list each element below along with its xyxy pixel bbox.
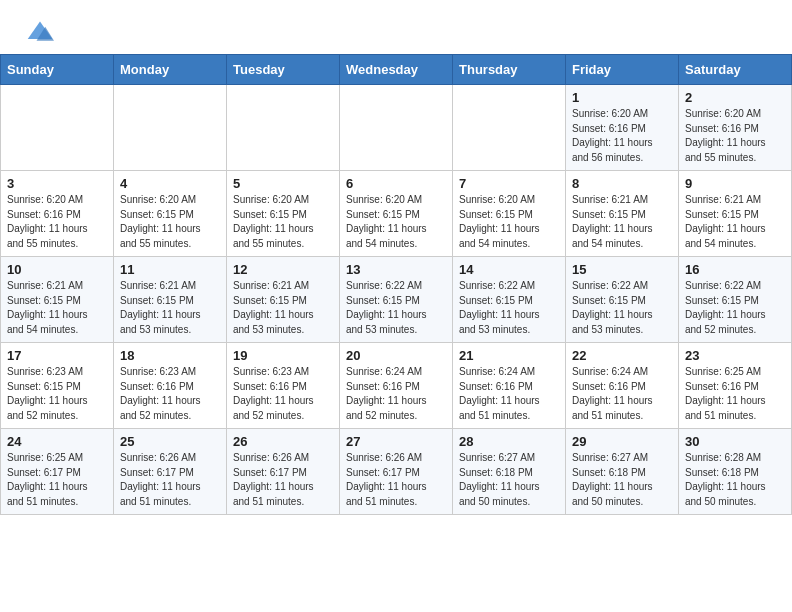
calendar-cell: 23Sunrise: 6:25 AM Sunset: 6:16 PM Dayli…: [679, 343, 792, 429]
day-detail: Sunrise: 6:20 AM Sunset: 6:15 PM Dayligh…: [459, 193, 559, 251]
day-detail: Sunrise: 6:21 AM Sunset: 6:15 PM Dayligh…: [7, 279, 107, 337]
logo-icon: [26, 18, 54, 46]
logo: [24, 18, 54, 46]
day-header-monday: Monday: [114, 55, 227, 85]
calendar-cell: 9Sunrise: 6:21 AM Sunset: 6:15 PM Daylig…: [679, 171, 792, 257]
day-number: 1: [572, 90, 672, 105]
day-number: 23: [685, 348, 785, 363]
calendar-cell: 13Sunrise: 6:22 AM Sunset: 6:15 PM Dayli…: [340, 257, 453, 343]
day-number: 10: [7, 262, 107, 277]
day-detail: Sunrise: 6:24 AM Sunset: 6:16 PM Dayligh…: [459, 365, 559, 423]
calendar-cell: 2Sunrise: 6:20 AM Sunset: 6:16 PM Daylig…: [679, 85, 792, 171]
calendar-cell: 30Sunrise: 6:28 AM Sunset: 6:18 PM Dayli…: [679, 429, 792, 515]
day-detail: Sunrise: 6:20 AM Sunset: 6:15 PM Dayligh…: [120, 193, 220, 251]
day-number: 19: [233, 348, 333, 363]
day-number: 14: [459, 262, 559, 277]
day-number: 21: [459, 348, 559, 363]
day-header-thursday: Thursday: [453, 55, 566, 85]
calendar-week-2: 3Sunrise: 6:20 AM Sunset: 6:16 PM Daylig…: [1, 171, 792, 257]
calendar-cell: [453, 85, 566, 171]
calendar-cell: 5Sunrise: 6:20 AM Sunset: 6:15 PM Daylig…: [227, 171, 340, 257]
calendar-cell: [114, 85, 227, 171]
calendar-cell: 24Sunrise: 6:25 AM Sunset: 6:17 PM Dayli…: [1, 429, 114, 515]
day-number: 24: [7, 434, 107, 449]
day-header-sunday: Sunday: [1, 55, 114, 85]
day-detail: Sunrise: 6:22 AM Sunset: 6:15 PM Dayligh…: [685, 279, 785, 337]
calendar-cell: [340, 85, 453, 171]
calendar-week-4: 17Sunrise: 6:23 AM Sunset: 6:15 PM Dayli…: [1, 343, 792, 429]
day-detail: Sunrise: 6:22 AM Sunset: 6:15 PM Dayligh…: [346, 279, 446, 337]
day-detail: Sunrise: 6:25 AM Sunset: 6:17 PM Dayligh…: [7, 451, 107, 509]
calendar-cell: 10Sunrise: 6:21 AM Sunset: 6:15 PM Dayli…: [1, 257, 114, 343]
calendar-cell: 21Sunrise: 6:24 AM Sunset: 6:16 PM Dayli…: [453, 343, 566, 429]
calendar-cell: [227, 85, 340, 171]
day-detail: Sunrise: 6:21 AM Sunset: 6:15 PM Dayligh…: [685, 193, 785, 251]
calendar-cell: 3Sunrise: 6:20 AM Sunset: 6:16 PM Daylig…: [1, 171, 114, 257]
day-detail: Sunrise: 6:25 AM Sunset: 6:16 PM Dayligh…: [685, 365, 785, 423]
day-header-wednesday: Wednesday: [340, 55, 453, 85]
day-detail: Sunrise: 6:23 AM Sunset: 6:15 PM Dayligh…: [7, 365, 107, 423]
day-number: 25: [120, 434, 220, 449]
day-number: 16: [685, 262, 785, 277]
day-header-tuesday: Tuesday: [227, 55, 340, 85]
day-detail: Sunrise: 6:21 AM Sunset: 6:15 PM Dayligh…: [572, 193, 672, 251]
calendar-cell: 14Sunrise: 6:22 AM Sunset: 6:15 PM Dayli…: [453, 257, 566, 343]
day-detail: Sunrise: 6:23 AM Sunset: 6:16 PM Dayligh…: [120, 365, 220, 423]
day-number: 11: [120, 262, 220, 277]
day-number: 17: [7, 348, 107, 363]
calendar-cell: 16Sunrise: 6:22 AM Sunset: 6:15 PM Dayli…: [679, 257, 792, 343]
calendar-cell: [1, 85, 114, 171]
day-detail: Sunrise: 6:26 AM Sunset: 6:17 PM Dayligh…: [233, 451, 333, 509]
day-detail: Sunrise: 6:20 AM Sunset: 6:15 PM Dayligh…: [346, 193, 446, 251]
day-number: 3: [7, 176, 107, 191]
day-number: 4: [120, 176, 220, 191]
day-detail: Sunrise: 6:24 AM Sunset: 6:16 PM Dayligh…: [346, 365, 446, 423]
day-number: 27: [346, 434, 446, 449]
calendar-cell: 6Sunrise: 6:20 AM Sunset: 6:15 PM Daylig…: [340, 171, 453, 257]
page-header: [0, 0, 792, 54]
day-detail: Sunrise: 6:20 AM Sunset: 6:16 PM Dayligh…: [685, 107, 785, 165]
calendar-week-1: 1Sunrise: 6:20 AM Sunset: 6:16 PM Daylig…: [1, 85, 792, 171]
day-number: 26: [233, 434, 333, 449]
day-number: 29: [572, 434, 672, 449]
calendar-cell: 17Sunrise: 6:23 AM Sunset: 6:15 PM Dayli…: [1, 343, 114, 429]
day-detail: Sunrise: 6:26 AM Sunset: 6:17 PM Dayligh…: [120, 451, 220, 509]
day-number: 20: [346, 348, 446, 363]
day-number: 13: [346, 262, 446, 277]
calendar-table: SundayMondayTuesdayWednesdayThursdayFrid…: [0, 54, 792, 515]
day-number: 28: [459, 434, 559, 449]
day-detail: Sunrise: 6:21 AM Sunset: 6:15 PM Dayligh…: [233, 279, 333, 337]
day-number: 30: [685, 434, 785, 449]
day-detail: Sunrise: 6:28 AM Sunset: 6:18 PM Dayligh…: [685, 451, 785, 509]
day-detail: Sunrise: 6:22 AM Sunset: 6:15 PM Dayligh…: [572, 279, 672, 337]
calendar-cell: 29Sunrise: 6:27 AM Sunset: 6:18 PM Dayli…: [566, 429, 679, 515]
logo-name: [24, 18, 54, 46]
calendar-cell: 27Sunrise: 6:26 AM Sunset: 6:17 PM Dayli…: [340, 429, 453, 515]
calendar-cell: 19Sunrise: 6:23 AM Sunset: 6:16 PM Dayli…: [227, 343, 340, 429]
day-detail: Sunrise: 6:20 AM Sunset: 6:16 PM Dayligh…: [7, 193, 107, 251]
calendar-cell: 4Sunrise: 6:20 AM Sunset: 6:15 PM Daylig…: [114, 171, 227, 257]
day-number: 9: [685, 176, 785, 191]
day-detail: Sunrise: 6:26 AM Sunset: 6:17 PM Dayligh…: [346, 451, 446, 509]
day-number: 8: [572, 176, 672, 191]
calendar-cell: 28Sunrise: 6:27 AM Sunset: 6:18 PM Dayli…: [453, 429, 566, 515]
calendar-cell: 1Sunrise: 6:20 AM Sunset: 6:16 PM Daylig…: [566, 85, 679, 171]
day-number: 7: [459, 176, 559, 191]
calendar-cell: 8Sunrise: 6:21 AM Sunset: 6:15 PM Daylig…: [566, 171, 679, 257]
day-number: 6: [346, 176, 446, 191]
calendar-week-3: 10Sunrise: 6:21 AM Sunset: 6:15 PM Dayli…: [1, 257, 792, 343]
calendar-cell: 18Sunrise: 6:23 AM Sunset: 6:16 PM Dayli…: [114, 343, 227, 429]
day-detail: Sunrise: 6:23 AM Sunset: 6:16 PM Dayligh…: [233, 365, 333, 423]
day-detail: Sunrise: 6:21 AM Sunset: 6:15 PM Dayligh…: [120, 279, 220, 337]
calendar-cell: 22Sunrise: 6:24 AM Sunset: 6:16 PM Dayli…: [566, 343, 679, 429]
calendar-week-5: 24Sunrise: 6:25 AM Sunset: 6:17 PM Dayli…: [1, 429, 792, 515]
day-header-saturday: Saturday: [679, 55, 792, 85]
day-detail: Sunrise: 6:20 AM Sunset: 6:16 PM Dayligh…: [572, 107, 672, 165]
calendar-cell: 7Sunrise: 6:20 AM Sunset: 6:15 PM Daylig…: [453, 171, 566, 257]
day-detail: Sunrise: 6:22 AM Sunset: 6:15 PM Dayligh…: [459, 279, 559, 337]
calendar-cell: 11Sunrise: 6:21 AM Sunset: 6:15 PM Dayli…: [114, 257, 227, 343]
day-number: 15: [572, 262, 672, 277]
day-number: 22: [572, 348, 672, 363]
day-number: 18: [120, 348, 220, 363]
calendar-cell: 12Sunrise: 6:21 AM Sunset: 6:15 PM Dayli…: [227, 257, 340, 343]
